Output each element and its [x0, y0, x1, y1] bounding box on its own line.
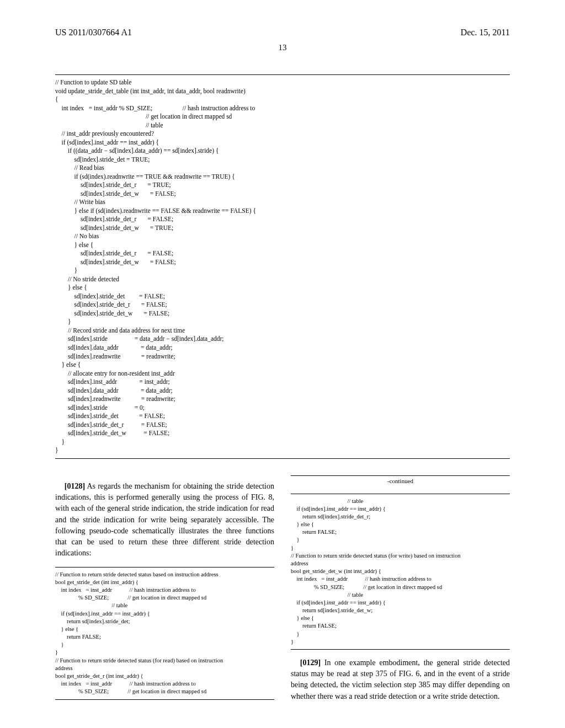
publication-date: Dec. 15, 2011: [461, 28, 510, 38]
page-number: 13: [55, 43, 510, 52]
paragraph-0129: [0129] In one example embodiment, the ge…: [291, 657, 510, 702]
right-code-listing: // table if (sd[index].inst_addr == inst…: [291, 494, 510, 650]
continued-block: -continued // table if (sd[index].inst_a…: [291, 475, 510, 650]
continued-label: -continued: [291, 476, 510, 486]
paragraph-text: In one example embodiment, the general s…: [291, 659, 510, 700]
right-column: -continued // table if (sd[index].inst_a…: [291, 475, 510, 708]
two-column-layout: [0128] As regards the mechanism for obta…: [55, 475, 510, 708]
paragraph-number: [0128]: [65, 482, 85, 490]
paragraph-0128: [0128] As regards the mechanism for obta…: [55, 481, 274, 559]
left-column: [0128] As regards the mechanism for obta…: [55, 475, 274, 708]
paragraph-number: [0129]: [300, 659, 321, 667]
publication-number: US 2011/0307664 A1: [55, 28, 132, 38]
main-code-listing: // Function to update SD table void upda…: [55, 74, 510, 459]
paragraph-text: As regards the mechanism for obtaining t…: [55, 482, 274, 558]
left-code-listing: // Function to return stride detected st…: [55, 567, 274, 700]
page-container: US 2011/0307664 A1 Dec. 15, 2011 13 // F…: [0, 0, 565, 728]
page-header: US 2011/0307664 A1 Dec. 15, 2011: [55, 28, 510, 38]
